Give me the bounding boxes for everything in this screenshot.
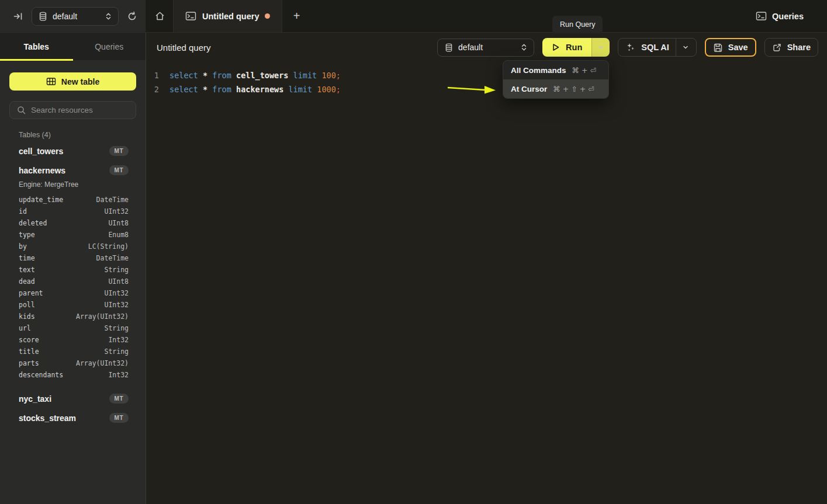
run-options-button[interactable] <box>591 38 610 57</box>
home-button[interactable] <box>146 0 173 32</box>
engine-label: Engine: MergeTree <box>19 180 129 189</box>
sidebar-tab-queries[interactable]: Queries <box>73 33 146 60</box>
run-button-group: Run <box>542 38 610 57</box>
tables-section-label: Tables (4) <box>19 131 146 139</box>
column-row: typeEnum8 <box>19 229 129 241</box>
engine-badge: MT <box>109 146 129 156</box>
search-input[interactable] <box>31 106 129 114</box>
line-number: 2 <box>146 85 159 94</box>
save-icon <box>713 43 723 53</box>
database-icon <box>39 12 47 21</box>
tab-label: Untitled query <box>202 12 259 21</box>
menu-item-at-cursor[interactable]: At Cursor ⌘ + ⇧ + ⏎ <box>503 79 608 98</box>
engine-badge: MT <box>109 394 129 404</box>
sql-ai-label: SQL AI <box>641 43 669 52</box>
column-row: deadUInt8 <box>19 276 129 287</box>
unsaved-dot <box>265 13 270 19</box>
sql-ai-button[interactable]: SQL AI <box>618 38 697 57</box>
collapse-sidebar-icon[interactable] <box>13 11 23 22</box>
top-bar: default <box>0 0 827 33</box>
database-icon <box>445 43 453 52</box>
column-row: titleString <box>19 346 129 357</box>
table-row-hackernews[interactable]: hackernews MT <box>19 161 129 180</box>
terminal-icon <box>756 11 767 21</box>
header-database-selector[interactable]: default <box>437 39 534 57</box>
tab-strip: Untitled query + <box>146 0 756 32</box>
menu-item-all-commands[interactable]: All Commands ⌘ + ⏎ <box>503 61 608 79</box>
save-button[interactable]: Save <box>705 38 756 57</box>
play-icon <box>551 43 560 52</box>
column-row: scoreInt32 <box>19 334 129 346</box>
table-row-stocks-stream[interactable]: stocks_stream MT <box>19 408 129 427</box>
column-row: update_timeDateTime <box>19 194 129 206</box>
run-label: Run <box>566 43 582 52</box>
engine-badge: MT <box>109 413 129 423</box>
editor-line: 1 select*fromcell_towerslimit100; <box>146 68 827 82</box>
topbar-database-selector[interactable]: default <box>32 7 119 26</box>
topbar-left-cluster: default <box>0 0 146 32</box>
table-icon <box>46 77 56 86</box>
editor-header: Untitled query default <box>146 33 827 62</box>
save-label: Save <box>728 43 748 52</box>
chevron-down-icon <box>597 44 604 51</box>
column-row: partsArray(UInt32) <box>19 357 129 369</box>
column-row: deletedUInt8 <box>19 217 129 229</box>
new-tab-button[interactable]: + <box>282 0 310 32</box>
sparkles-icon <box>625 42 636 53</box>
topbar-database-value: default <box>53 12 99 21</box>
share-button[interactable]: Share <box>764 38 818 57</box>
column-row: byLC(String) <box>19 241 129 252</box>
queries-label: Queries <box>772 12 804 21</box>
tables-list: cell_towers MT hackernews MT Engine: Mer… <box>0 139 146 427</box>
run-options-menu: All Commands ⌘ + ⏎ At Cursor ⌘ + ⇧ + ⏎ <box>503 60 609 99</box>
table-row-cell-towers[interactable]: cell_towers MT <box>19 141 129 161</box>
sidebar: Tables Queries New table Tables (4) cell… <box>0 33 146 504</box>
new-table-button[interactable]: New table <box>9 72 136 91</box>
main-pane: Untitled query default <box>146 33 827 504</box>
sql-ai-options-button[interactable] <box>676 39 689 56</box>
column-row: parentUInt32 <box>19 287 129 299</box>
column-row: urlString <box>19 322 129 334</box>
tab-untitled-query[interactable]: Untitled query <box>173 0 282 32</box>
sidebar-tab-tables[interactable]: Tables <box>0 33 73 60</box>
column-row: descendantsInt32 <box>19 369 129 381</box>
queries-toggle[interactable]: Queries <box>756 0 827 32</box>
chevron-down-icon <box>682 44 689 51</box>
updown-chevron-icon <box>520 43 528 51</box>
header-database-value: default <box>458 43 515 52</box>
refresh-icon[interactable] <box>127 11 137 22</box>
sidebar-tabs: Tables Queries <box>0 33 146 61</box>
engine-badge: MT <box>109 165 129 175</box>
run-query-tooltip: Run Query <box>552 16 603 33</box>
updown-chevron-icon <box>105 12 112 20</box>
shortcut-hint: ⌘ + ⇧ + ⏎ <box>553 85 594 93</box>
column-row: textString <box>19 264 129 276</box>
column-row: timeDateTime <box>19 252 129 264</box>
share-icon <box>772 43 782 53</box>
annotation-arrow <box>443 83 501 97</box>
line-number: 1 <box>146 71 159 80</box>
search-icon <box>17 106 26 114</box>
home-icon <box>154 11 165 22</box>
search-box <box>9 101 136 119</box>
terminal-icon <box>185 11 196 21</box>
run-button[interactable]: Run <box>542 38 591 57</box>
query-title: Untitled query <box>157 43 211 53</box>
column-row: pollUInt32 <box>19 299 129 311</box>
new-table-label: New table <box>61 77 99 86</box>
share-label: Share <box>787 43 811 52</box>
column-row: kidsArray(UInt32) <box>19 311 129 322</box>
table-row-nyc-taxi[interactable]: nyc_taxi MT <box>19 389 129 408</box>
column-row: idUInt32 <box>19 206 129 217</box>
shortcut-hint: ⌘ + ⏎ <box>572 66 596 75</box>
